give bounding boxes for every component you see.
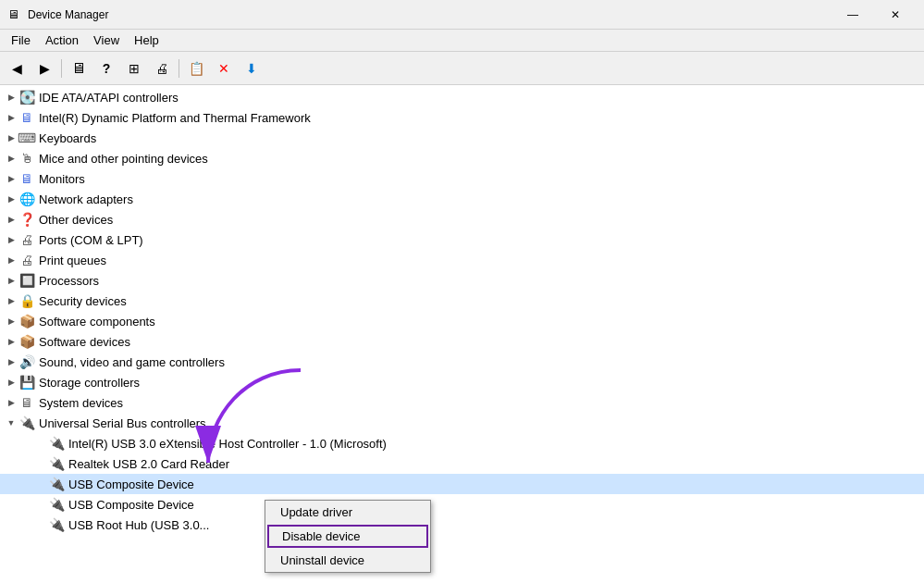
toolbar-forward[interactable]: ▶ xyxy=(31,56,57,81)
close-button[interactable]: ✕ xyxy=(874,0,917,30)
arrow-software-comp: ▶ xyxy=(4,314,18,329)
icon-software-dev: 📦 xyxy=(18,333,35,350)
tree-item-other[interactable]: ▶ ❓ Other devices xyxy=(0,209,924,229)
label-usb-root: USB Root Hub (USB 3.0... xyxy=(68,518,209,532)
arrow-network: ▶ xyxy=(4,192,18,206)
label-ports: Ports (COM & LPT) xyxy=(39,233,143,247)
icon-storage: 💾 xyxy=(18,374,35,391)
icon-network: 🌐 xyxy=(18,191,35,207)
minimize-button[interactable]: — xyxy=(832,0,874,30)
device-tree[interactable]: ▶ 💽 IDE ATA/ATAPI controllers ▶ 🖥 Intel(… xyxy=(0,85,924,583)
toolbar-computer[interactable]: 🖥 xyxy=(66,56,92,81)
icon-usb: 🔌 xyxy=(18,415,35,431)
label-processors: Processors xyxy=(39,274,99,288)
toolbar: ◀ ▶ 🖥 ? ⊞ 🖨 📋 ✕ ⬇ xyxy=(0,52,924,85)
arrow-security: ▶ xyxy=(4,293,18,308)
icon-ide: 💽 xyxy=(18,89,35,105)
tree-item-ide[interactable]: ▶ 💽 IDE ATA/ATAPI controllers xyxy=(0,87,924,107)
tree-item-storage[interactable]: ▶ 💾 Storage controllers xyxy=(0,372,924,392)
icon-print: 🖨 xyxy=(18,252,35,268)
label-network: Network adapters xyxy=(39,192,133,206)
label-ide: IDE ATA/ATAPI controllers xyxy=(39,91,179,105)
icon-processors: 🔲 xyxy=(18,272,35,289)
context-menu-disable-device[interactable]: Disable device xyxy=(267,525,428,548)
arrow-storage: ▶ xyxy=(4,375,18,390)
toolbar-back[interactable]: ◀ xyxy=(4,56,30,81)
label-usb: Universal Serial Bus controllers xyxy=(39,416,206,430)
tree-item-usb-composite-1[interactable]: ▶ 🔌 USB Composite Device xyxy=(0,474,924,494)
tree-item-usb-xhci[interactable]: ▶ 🔌 Intel(R) USB 3.0 eXtensible Host Con… xyxy=(0,433,924,453)
tree-item-intel-thermal[interactable]: ▶ 🖥 Intel(R) Dynamic Platform and Therma… xyxy=(0,107,924,128)
toolbar-help[interactable]: ? xyxy=(93,56,119,81)
icon-monitors: 🖥 xyxy=(18,170,35,187)
label-security: Security devices xyxy=(39,294,127,308)
label-usb-composite-2: USB Composite Device xyxy=(68,498,194,512)
label-usb-xhci: Intel(R) USB 3.0 eXtensible Host Control… xyxy=(68,437,387,451)
tree-item-usb-root[interactable]: ▶ 🔌 USB Root Hub (USB 3.0... xyxy=(0,515,924,535)
title-bar: 🖥 Device Manager — ✕ xyxy=(0,0,924,30)
label-print: Print queues xyxy=(39,254,106,267)
tree-item-print[interactable]: ▶ 🖨 Print queues xyxy=(0,250,924,270)
icon-intel-thermal: 🖥 xyxy=(18,109,35,126)
tree-item-monitors[interactable]: ▶ 🖥 Monitors xyxy=(0,168,924,189)
label-software-comp: Software components xyxy=(39,315,155,329)
label-intel-thermal: Intel(R) Dynamic Platform and Thermal Fr… xyxy=(39,111,311,125)
tree-item-ports[interactable]: ▶ 🖨 Ports (COM & LPT) xyxy=(0,229,924,250)
toolbar-properties[interactable]: 📋 xyxy=(183,56,209,81)
tree-item-mice[interactable]: ▶ 🖱 Mice and other pointing devices xyxy=(0,148,924,168)
menu-view[interactable]: View xyxy=(86,31,127,49)
label-storage: Storage controllers xyxy=(39,376,140,390)
tree-item-usb-card-reader[interactable]: ▶ 🔌 Realtek USB 2.0 Card Reader xyxy=(0,453,924,474)
icon-usb-composite-1: 🔌 xyxy=(48,476,65,492)
arrow-processors: ▶ xyxy=(4,273,18,288)
arrow-mice: ▶ xyxy=(4,151,18,166)
menu-file[interactable]: File xyxy=(4,31,38,49)
icon-usb-composite-2: 🔌 xyxy=(48,496,65,513)
toolbar-grid[interactable]: ⊞ xyxy=(121,56,147,81)
tree-item-system[interactable]: ▶ 🖥 System devices xyxy=(0,392,924,413)
arrow-print: ▶ xyxy=(4,253,18,267)
tree-item-software-dev[interactable]: ▶ 📦 Software devices xyxy=(0,331,924,352)
label-usb-composite-1: USB Composite Device xyxy=(68,478,194,491)
tree-item-usb[interactable]: ▼ 🔌 Universal Serial Bus controllers xyxy=(0,413,924,433)
label-sound: Sound, video and game controllers xyxy=(39,355,225,369)
arrow-system: ▶ xyxy=(4,395,18,410)
menu-action[interactable]: Action xyxy=(38,31,86,49)
arrow-other: ▶ xyxy=(4,212,18,227)
toolbar-print[interactable]: 🖨 xyxy=(149,56,175,81)
toolbar-remove[interactable]: ✕ xyxy=(211,56,237,81)
icon-software-comp: 📦 xyxy=(18,313,35,329)
label-monitors: Monitors xyxy=(39,172,85,186)
arrow-intel-thermal: ▶ xyxy=(4,110,18,125)
icon-ports: 🖨 xyxy=(18,231,35,248)
icon-other: ❓ xyxy=(18,211,35,228)
toolbar-scan[interactable]: ⬇ xyxy=(239,56,265,81)
arrow-monitors: ▶ xyxy=(4,171,18,186)
main-content: ▶ 💽 IDE ATA/ATAPI controllers ▶ 🖥 Intel(… xyxy=(0,85,924,583)
tree-item-software-comp[interactable]: ▶ 📦 Software components xyxy=(0,311,924,331)
tree-item-processors[interactable]: ▶ 🔲 Processors xyxy=(0,270,924,291)
context-menu-uninstall-device[interactable]: Uninstall device xyxy=(265,549,430,572)
window-title: Device Manager xyxy=(28,8,832,21)
tree-item-keyboards[interactable]: ▶ ⌨ Keyboards xyxy=(0,128,924,148)
tree-item-network[interactable]: ▶ 🌐 Network adapters xyxy=(0,189,924,209)
label-software-dev: Software devices xyxy=(39,335,130,349)
arrow-ide: ▶ xyxy=(4,90,18,105)
label-mice: Mice and other pointing devices xyxy=(39,152,208,166)
context-menu: Update driver Disable device Uninstall d… xyxy=(265,500,431,573)
icon-usb-card-reader: 🔌 xyxy=(48,455,65,472)
arrow-keyboards: ▶ xyxy=(4,130,18,145)
icon-usb-root: 🔌 xyxy=(48,516,65,533)
label-keyboards: Keyboards xyxy=(39,131,96,145)
arrow-software-dev: ▶ xyxy=(4,334,18,349)
context-menu-update-driver[interactable]: Update driver xyxy=(265,501,430,524)
icon-security: 🔒 xyxy=(18,292,35,309)
tree-item-sound[interactable]: ▶ 🔊 Sound, video and game controllers xyxy=(0,352,924,372)
menu-help[interactable]: Help xyxy=(127,31,166,49)
tree-item-security[interactable]: ▶ 🔒 Security devices xyxy=(0,291,924,311)
icon-keyboards: ⌨ xyxy=(18,130,35,146)
tree-item-usb-composite-2[interactable]: ▶ 🔌 USB Composite Device xyxy=(0,494,924,515)
arrow-usb: ▼ xyxy=(4,416,18,430)
icon-sound: 🔊 xyxy=(18,354,35,370)
label-other: Other devices xyxy=(39,213,113,227)
